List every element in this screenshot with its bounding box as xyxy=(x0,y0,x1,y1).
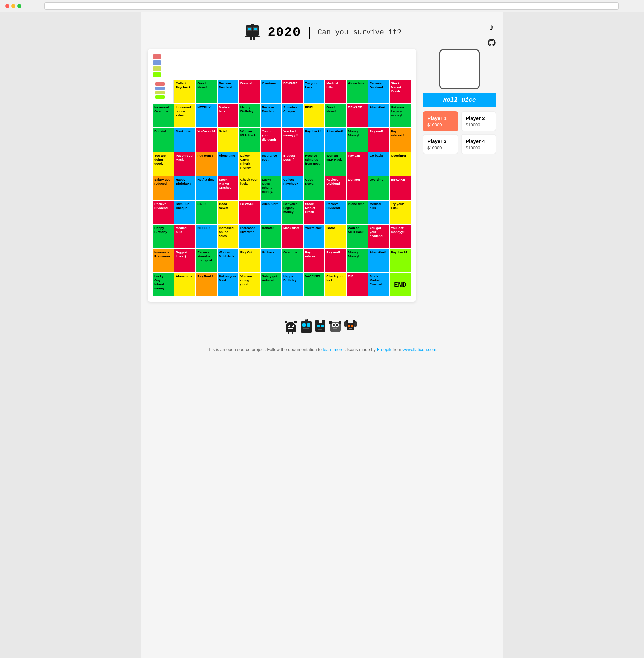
board-cell-9-5[interactable]: You are doing good. xyxy=(239,273,260,297)
board-cell-1-12[interactable]: Stock Market Crash xyxy=(390,80,411,103)
board-cell-7-12[interactable]: You lost moneyy!! xyxy=(390,225,411,248)
board-cell-9-7[interactable]: Happy Birthday ! xyxy=(282,273,303,297)
board-cell-3-3[interactable]: You're sick! xyxy=(196,128,217,151)
board-cell-9-9[interactable]: Check your luck. xyxy=(325,273,346,297)
player-card-3[interactable]: Player 3$10000 xyxy=(423,134,458,154)
board-cell-6-10[interactable]: Alone time xyxy=(347,201,368,224)
board-cell-9-3[interactable]: Pay Rent ! xyxy=(196,273,217,297)
board-cell-5-6[interactable]: Lucky Guy!! Inherit money. xyxy=(261,177,281,200)
board-cell-2-1[interactable]: Increased Overtime xyxy=(153,104,174,127)
board-cell-4-5[interactable]: Lukcy Guy!! Inherit money. xyxy=(239,152,260,176)
board-cell-9-11[interactable]: Stock Market Crashed. xyxy=(368,273,389,297)
board-cell-6-1[interactable]: Recieve Dividend xyxy=(153,201,174,224)
board-cell-1-3[interactable]: Good News! xyxy=(196,80,217,103)
board-cell-6-9[interactable]: Recieve Dividend xyxy=(325,201,346,224)
board-cell-6-3[interactable]: FINE! xyxy=(196,201,217,224)
board-cell-3-9[interactable]: Alien Alert! xyxy=(325,128,346,151)
board-cell-3-6[interactable]: You got your dividend! xyxy=(261,128,281,151)
board-cell-7-6[interactable]: Donate! xyxy=(261,225,281,248)
board-cell-8-2[interactable]: Biggest Loss :( xyxy=(175,249,195,272)
board-cell-9-4[interactable]: Put on your Mask. xyxy=(218,273,238,297)
board-cell-1-8[interactable]: Try your Luck xyxy=(303,80,324,103)
board-cell-5-1[interactable]: Salary got reduced. xyxy=(153,177,174,200)
board-cell-8-1[interactable]: Insurance Premimun xyxy=(153,249,174,272)
board-cell-1-5[interactable]: Donate! xyxy=(239,80,260,103)
board-cell-8-5[interactable]: Pay Cut xyxy=(239,249,260,272)
board-cell-7-4[interactable]: Increased online sales xyxy=(218,225,238,248)
board-cell-7-3[interactable]: NETFLIX xyxy=(196,225,217,248)
board-cell-3-2[interactable]: Mask fine! xyxy=(175,128,195,151)
music-icon[interactable]: ♪ xyxy=(490,22,494,32)
github-icon[interactable] xyxy=(487,38,497,47)
board-cell-1-11[interactable]: Recieve Dividend xyxy=(368,80,389,103)
board-cell-8-6[interactable]: Go back! xyxy=(261,249,281,272)
board-cell-6-4[interactable]: Good News! xyxy=(218,201,238,224)
board-cell-4-10[interactable]: Pay Cut xyxy=(347,152,368,176)
player-card-2[interactable]: Player 2$10000 xyxy=(461,111,497,132)
board-cell-7-1[interactable]: Happy Birthday xyxy=(153,225,174,248)
board-cell-5-10[interactable]: Donate! xyxy=(347,177,368,200)
board-cell-5-2[interactable]: Happy Birthday ! xyxy=(175,177,195,200)
board-cell-5-8[interactable]: Good News! xyxy=(303,177,324,200)
board-cell-1-9[interactable]: Medical bills xyxy=(325,80,346,103)
board-cell-5-5[interactable]: Check your luck. xyxy=(239,177,260,200)
board-cell-7-9[interactable]: Goto! xyxy=(325,225,346,248)
board-cell-8-11[interactable]: Alien Alert! xyxy=(368,249,389,272)
board-cell-7-8[interactable]: You're sick! xyxy=(303,225,324,248)
board-cell-4-12[interactable]: Overtime! xyxy=(390,152,411,176)
board-cell-5-11[interactable]: Overtime xyxy=(368,177,389,200)
board-cell-2-8[interactable]: FINE! xyxy=(303,104,324,127)
board-cell-7-2[interactable]: Medical bills xyxy=(175,225,195,248)
board-cell-3-11[interactable]: Pay rent! xyxy=(368,128,389,151)
board-cell-8-7[interactable]: Overtime! xyxy=(282,249,303,272)
board-cell-2-9[interactable]: Good News! xyxy=(325,104,346,127)
board-cell-4-9[interactable]: Won an MLH Hack xyxy=(325,152,346,176)
player-card-1[interactable]: Player 1$10000 xyxy=(423,111,458,132)
board-cell-1-1[interactable] xyxy=(153,80,174,103)
board-cell-2-3[interactable]: NETFLIX xyxy=(196,104,217,127)
board-cell-6-7[interactable]: Get your Legacy money! xyxy=(282,201,303,224)
board-cell-2-4[interactable]: Medical bills xyxy=(218,104,238,127)
board-cell-1-6[interactable]: Overtime xyxy=(261,80,281,103)
board-cell-5-7[interactable]: Collect Paycheck xyxy=(282,177,303,200)
board-cell-8-4[interactable]: Won an MLH Hack xyxy=(218,249,238,272)
board-cell-6-12[interactable]: Try your Luck xyxy=(390,201,411,224)
board-cell-3-5[interactable]: Won an MLH Hack xyxy=(239,128,260,151)
board-cell-2-7[interactable]: Stimulus Cheque xyxy=(282,104,303,127)
board-cell-7-7[interactable]: Mask fine! xyxy=(282,225,303,248)
board-cell-2-5[interactable]: Happy Birthday xyxy=(239,104,260,127)
board-cell-2-2[interactable]: Increased online sales xyxy=(175,104,195,127)
board-cell-3-1[interactable]: Donate! xyxy=(153,128,174,151)
board-cell-9-1[interactable]: Lucky Guy!! Inherit money. xyxy=(153,273,174,297)
board-cell-5-3[interactable]: Netflix time ! xyxy=(196,177,217,200)
board-cell-9-8[interactable]: VACCINE! xyxy=(303,273,324,297)
footer-flaticon-link[interactable]: www.flaticon.com xyxy=(402,347,436,352)
board-cell-3-10[interactable]: Money Money! xyxy=(347,128,368,151)
board-cell-4-6[interactable]: Insurance cost xyxy=(261,152,281,176)
board-cell-5-4[interactable]: Stock Market Crashed. xyxy=(218,177,238,200)
board-cell-8-8[interactable]: Pay interest! xyxy=(303,249,324,272)
board-cell-1-2[interactable]: Collect Paycheck xyxy=(175,80,195,103)
board-cell-4-1[interactable]: You are doing good. xyxy=(153,152,174,176)
board-cell-7-10[interactable]: Won an MLH Hack xyxy=(347,225,368,248)
board-cell-7-5[interactable]: Increased Overtime xyxy=(239,225,260,248)
address-bar[interactable] xyxy=(44,2,619,10)
board-cell-5-12[interactable]: BEWARE xyxy=(390,177,411,200)
board-cell-7-11[interactable]: You got your dividend! xyxy=(368,225,389,248)
board-cell-8-12[interactable]: Paycheck! xyxy=(390,249,411,272)
board-cell-8-3[interactable]: Receive stimulus from govt. xyxy=(196,249,217,272)
minimize-button[interactable] xyxy=(12,4,16,8)
board-cell-3-8[interactable]: Paycheck! xyxy=(303,128,324,151)
board-cell-3-7[interactable]: You lost moneyy!! xyxy=(282,128,303,151)
board-cell-9-12[interactable]: END xyxy=(390,273,411,297)
board-cell-9-2[interactable]: Alone time xyxy=(175,273,195,297)
board-cell-1-4[interactable]: Recieve Dividend xyxy=(218,80,238,103)
board-cell-6-2[interactable]: Stimulus Cheque xyxy=(175,201,195,224)
board-cell-2-10[interactable]: BEWARE xyxy=(347,104,368,127)
board-cell-6-5[interactable]: BEWARE xyxy=(239,201,260,224)
player-card-4[interactable]: Player 4$10000 xyxy=(461,134,497,154)
board-cell-3-12[interactable]: Pay interest! xyxy=(390,128,411,151)
footer-freepik-link[interactable]: Freepik xyxy=(377,347,391,352)
footer-learn-more-link[interactable]: learn more xyxy=(323,347,344,352)
board-cell-4-4[interactable]: Alone time xyxy=(218,152,238,176)
